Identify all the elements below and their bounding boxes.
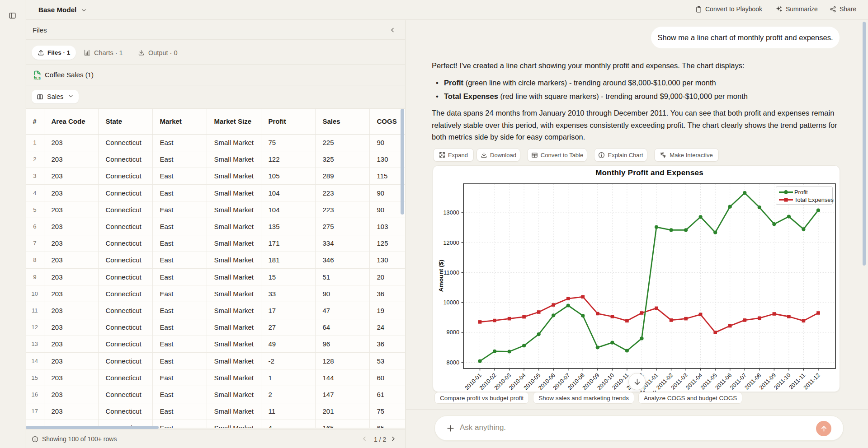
svg-text:XLS: XLS xyxy=(34,76,41,80)
svg-text:9000: 9000 xyxy=(447,329,459,336)
svg-text:11000: 11000 xyxy=(443,269,459,276)
svg-text:13000: 13000 xyxy=(443,209,459,216)
svg-text:Total Expenses: Total Expenses xyxy=(794,196,834,203)
svg-text:12000: 12000 xyxy=(443,239,459,246)
svg-text:10000: 10000 xyxy=(443,299,459,306)
svg-text:2011-12: 2011-12 xyxy=(802,372,821,391)
svg-text:Profit: Profit xyxy=(794,189,808,196)
svg-text:2011-10: 2011-10 xyxy=(773,372,792,391)
svg-text:8000: 8000 xyxy=(447,359,459,366)
